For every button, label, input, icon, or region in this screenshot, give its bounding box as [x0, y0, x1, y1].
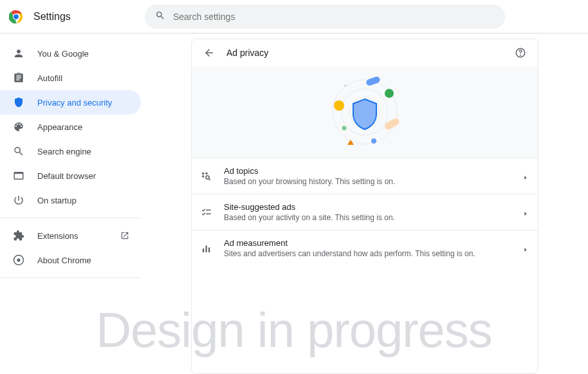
svg-rect-18 — [202, 175, 204, 177]
sidebar-item-label: Autofill — [37, 73, 62, 83]
row-subtitle: Based on your activity on a site. This s… — [224, 213, 511, 222]
app-title: Settings — [33, 11, 71, 23]
person-icon — [13, 48, 24, 59]
row-title: Ad topics — [224, 166, 511, 176]
sidebar-item-label: About Chrome — [37, 256, 91, 265]
chrome-icon — [13, 254, 24, 266]
sidebar-item-label: Default browser — [37, 171, 96, 181]
chevron-right-icon — [522, 173, 529, 180]
svg-rect-19 — [206, 173, 208, 174]
checklist-icon — [201, 207, 212, 218]
chrome-logo-icon — [9, 10, 23, 24]
palette-icon — [13, 121, 24, 133]
sidebar-item-appearance[interactable]: Appearance — [0, 115, 141, 139]
sidebar-item-on-startup[interactable]: On startup — [0, 188, 141, 212]
app-header: Settings — [0, 0, 588, 33]
svg-point-20 — [206, 175, 209, 178]
power-icon — [13, 194, 24, 206]
search-box[interactable] — [145, 5, 505, 29]
sidebar-item-label: You & Google — [37, 49, 89, 59]
barchart-icon — [201, 243, 212, 254]
sidebar-item-about-chrome[interactable]: About Chrome — [0, 248, 141, 272]
topics-icon — [201, 171, 212, 182]
svg-point-15 — [342, 126, 347, 131]
row-subtitle: Based on your browsing history. This set… — [224, 177, 511, 186]
svg-point-14 — [371, 138, 376, 144]
ad-privacy-card: Ad privacy — [191, 39, 538, 374]
sidebar: You & Google Autofill Privacy and securi… — [0, 33, 142, 374]
help-button[interactable] — [512, 44, 529, 61]
extension-icon — [13, 230, 24, 241]
svg-rect-17 — [202, 173, 204, 174]
setting-row-ad-measurement[interactable]: Ad measurement Sites and advertisers can… — [192, 230, 538, 266]
back-button[interactable] — [201, 44, 217, 61]
row-subtitle: Sites and advertisers can understand how… — [224, 249, 511, 258]
chevron-right-icon — [522, 209, 529, 216]
sidebar-item-you-and-google[interactable]: You & Google — [0, 41, 141, 66]
svg-rect-25 — [206, 245, 207, 252]
svg-rect-26 — [208, 247, 210, 252]
help-icon — [515, 47, 526, 59]
main-content: Ad privacy — [142, 33, 588, 374]
svg-point-4 — [17, 258, 20, 261]
chevron-right-icon — [522, 245, 529, 252]
open-external-icon — [120, 231, 129, 240]
search-input[interactable] — [173, 12, 495, 22]
svg-rect-24 — [203, 248, 204, 252]
sidebar-item-extensions[interactable]: Extensions — [0, 223, 141, 248]
sidebar-item-label: Privacy and security — [37, 98, 112, 108]
svg-point-16 — [344, 84, 347, 87]
setting-row-ad-topics[interactable]: Ad topics Based on your browsing history… — [192, 158, 538, 194]
svg-point-2 — [14, 14, 19, 19]
sidebar-item-default-browser[interactable]: Default browser — [0, 164, 141, 188]
page-title: Ad privacy — [226, 48, 503, 58]
sidebar-item-privacy-security[interactable]: Privacy and security — [0, 90, 141, 115]
setting-row-site-suggested-ads[interactable]: Site-suggested ads Based on your activit… — [192, 194, 538, 230]
clipboard-icon — [13, 72, 24, 84]
sidebar-item-label: On startup — [37, 196, 77, 205]
svg-point-6 — [520, 55, 521, 55]
search-icon — [155, 10, 165, 23]
browser-icon — [13, 170, 24, 182]
row-title: Site-suggested ads — [224, 202, 511, 212]
hero-illustration — [192, 66, 538, 158]
svg-line-21 — [209, 178, 210, 180]
svg-point-11 — [385, 89, 394, 98]
shield-icon — [13, 97, 24, 108]
sidebar-item-autofill[interactable]: Autofill — [0, 66, 141, 90]
card-header: Ad privacy — [192, 39, 538, 66]
row-title: Ad measurement — [224, 238, 511, 248]
sidebar-item-search-engine[interactable]: Search engine — [0, 139, 141, 164]
sidebar-item-label: Extensions — [37, 231, 78, 241]
sidebar-item-label: Appearance — [37, 122, 82, 132]
svg-rect-10 — [365, 76, 381, 87]
svg-point-12 — [334, 100, 344, 111]
search-icon — [13, 145, 24, 157]
arrow-back-icon — [203, 47, 215, 59]
sidebar-item-label: Search engine — [37, 147, 91, 156]
